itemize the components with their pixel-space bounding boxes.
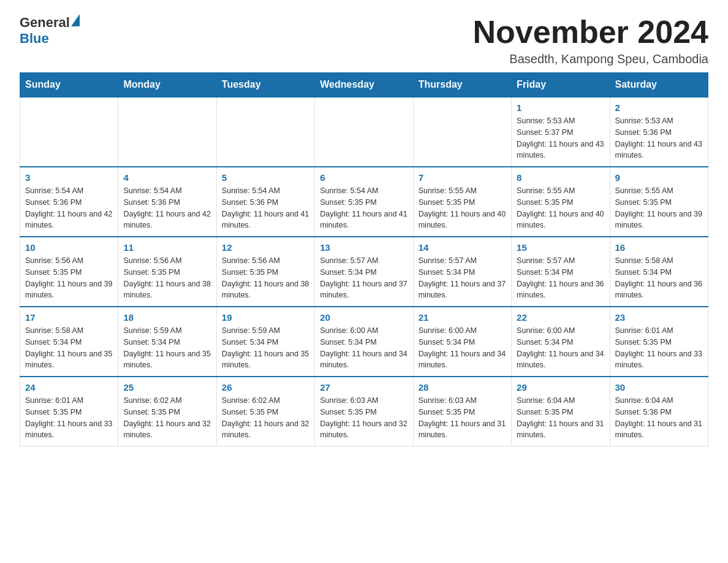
day-info: Sunrise: 5:59 AMSunset: 5:34 PMDaylight:… (222, 325, 309, 371)
day-cell: 5Sunrise: 5:54 AMSunset: 5:36 PMDaylight… (216, 167, 314, 237)
day-cell: 23Sunrise: 6:01 AMSunset: 5:35 PMDayligh… (610, 307, 708, 377)
day-info: Sunrise: 5:56 AMSunset: 5:35 PMDaylight:… (25, 255, 113, 301)
day-info: Sunrise: 5:58 AMSunset: 5:34 PMDaylight:… (615, 255, 703, 301)
day-cell: 15Sunrise: 5:57 AMSunset: 5:34 PMDayligh… (512, 237, 610, 307)
day-cell: 24Sunrise: 6:01 AMSunset: 5:35 PMDayligh… (20, 377, 118, 446)
day-number: 20 (320, 312, 408, 323)
day-cell (20, 97, 118, 167)
main-title: November 2024 (473, 15, 708, 50)
day-cell: 25Sunrise: 6:02 AMSunset: 5:35 PMDayligh… (118, 377, 216, 446)
day-number: 29 (517, 382, 604, 393)
day-cell: 3Sunrise: 5:54 AMSunset: 5:36 PMDaylight… (20, 167, 118, 237)
logo: General Blue (20, 15, 80, 47)
day-number: 13 (320, 242, 408, 253)
day-info: Sunrise: 6:03 AMSunset: 5:35 PMDaylight:… (320, 395, 408, 441)
day-info: Sunrise: 6:02 AMSunset: 5:35 PMDaylight:… (123, 395, 211, 441)
day-info: Sunrise: 6:00 AMSunset: 5:34 PMDaylight:… (419, 325, 506, 371)
day-cell: 21Sunrise: 6:00 AMSunset: 5:34 PMDayligh… (413, 307, 511, 377)
day-cell: 7Sunrise: 5:55 AMSunset: 5:35 PMDaylight… (413, 167, 511, 237)
day-info: Sunrise: 5:55 AMSunset: 5:35 PMDaylight:… (419, 185, 506, 231)
day-number: 1 (517, 102, 604, 113)
day-info: Sunrise: 5:53 AMSunset: 5:37 PMDaylight:… (517, 115, 604, 161)
day-info: Sunrise: 5:54 AMSunset: 5:36 PMDaylight:… (123, 185, 211, 231)
day-number: 26 (222, 382, 309, 393)
day-info: Sunrise: 6:02 AMSunset: 5:35 PMDaylight:… (222, 395, 309, 441)
weekday-header-tuesday: Tuesday (216, 73, 314, 98)
day-info: Sunrise: 5:56 AMSunset: 5:35 PMDaylight:… (123, 255, 211, 301)
day-info: Sunrise: 5:55 AMSunset: 5:35 PMDaylight:… (517, 185, 604, 231)
day-cell (216, 97, 314, 167)
day-cell: 26Sunrise: 6:02 AMSunset: 5:35 PMDayligh… (216, 377, 314, 446)
day-info: Sunrise: 6:01 AMSunset: 5:35 PMDaylight:… (615, 325, 703, 371)
day-number: 12 (222, 242, 309, 253)
day-cell: 16Sunrise: 5:58 AMSunset: 5:34 PMDayligh… (610, 237, 708, 307)
day-number: 18 (123, 312, 211, 323)
day-info: Sunrise: 5:57 AMSunset: 5:34 PMDaylight:… (517, 255, 604, 301)
location-subtitle: Basedth, Kampong Speu, Cambodia (473, 52, 708, 66)
weekday-header-wednesday: Wednesday (315, 73, 413, 98)
logo-triangle-icon (71, 14, 80, 26)
weekday-header-row: SundayMondayTuesdayWednesdayThursdayFrid… (20, 73, 708, 98)
day-cell: 20Sunrise: 6:00 AMSunset: 5:34 PMDayligh… (315, 307, 413, 377)
day-cell: 1Sunrise: 5:53 AMSunset: 5:37 PMDaylight… (512, 97, 610, 167)
day-cell: 27Sunrise: 6:03 AMSunset: 5:35 PMDayligh… (315, 377, 413, 446)
day-number: 10 (25, 242, 113, 253)
day-number: 4 (123, 172, 211, 183)
day-number: 16 (615, 242, 703, 253)
day-cell: 18Sunrise: 5:59 AMSunset: 5:34 PMDayligh… (118, 307, 216, 377)
day-cell (315, 97, 413, 167)
day-cell (118, 97, 216, 167)
day-number: 14 (419, 242, 506, 253)
day-info: Sunrise: 6:03 AMSunset: 5:35 PMDaylight:… (419, 395, 506, 441)
day-info: Sunrise: 6:04 AMSunset: 5:35 PMDaylight:… (517, 395, 604, 441)
day-number: 3 (25, 172, 113, 183)
day-info: Sunrise: 5:56 AMSunset: 5:35 PMDaylight:… (222, 255, 309, 301)
day-cell: 8Sunrise: 5:55 AMSunset: 5:35 PMDaylight… (512, 167, 610, 237)
day-info: Sunrise: 5:55 AMSunset: 5:35 PMDaylight:… (615, 185, 703, 231)
logo-blue-text: Blue (20, 31, 49, 47)
page-header: General Blue November 2024 Basedth, Kamp… (20, 15, 708, 66)
day-cell: 29Sunrise: 6:04 AMSunset: 5:35 PMDayligh… (512, 377, 610, 446)
day-info: Sunrise: 6:00 AMSunset: 5:34 PMDaylight:… (517, 325, 604, 371)
day-number: 19 (222, 312, 309, 323)
day-cell: 11Sunrise: 5:56 AMSunset: 5:35 PMDayligh… (118, 237, 216, 307)
day-number: 28 (419, 382, 506, 393)
week-row-3: 10Sunrise: 5:56 AMSunset: 5:35 PMDayligh… (20, 237, 708, 307)
day-cell: 28Sunrise: 6:03 AMSunset: 5:35 PMDayligh… (413, 377, 511, 446)
day-info: Sunrise: 6:04 AMSunset: 5:36 PMDaylight:… (615, 395, 703, 441)
week-row-2: 3Sunrise: 5:54 AMSunset: 5:36 PMDaylight… (20, 167, 708, 237)
day-cell: 9Sunrise: 5:55 AMSunset: 5:35 PMDaylight… (610, 167, 708, 237)
week-row-5: 24Sunrise: 6:01 AMSunset: 5:35 PMDayligh… (20, 377, 708, 446)
day-info: Sunrise: 5:54 AMSunset: 5:36 PMDaylight:… (222, 185, 309, 231)
day-cell: 2Sunrise: 5:53 AMSunset: 5:36 PMDaylight… (610, 97, 708, 167)
day-cell: 14Sunrise: 5:57 AMSunset: 5:34 PMDayligh… (413, 237, 511, 307)
week-row-1: 1Sunrise: 5:53 AMSunset: 5:37 PMDaylight… (20, 97, 708, 167)
day-info: Sunrise: 5:59 AMSunset: 5:34 PMDaylight:… (123, 325, 211, 371)
day-info: Sunrise: 5:58 AMSunset: 5:34 PMDaylight:… (25, 325, 113, 371)
day-number: 22 (517, 312, 604, 323)
day-cell: 6Sunrise: 5:54 AMSunset: 5:35 PMDaylight… (315, 167, 413, 237)
day-cell: 19Sunrise: 5:59 AMSunset: 5:34 PMDayligh… (216, 307, 314, 377)
day-info: Sunrise: 5:53 AMSunset: 5:36 PMDaylight:… (615, 115, 703, 161)
day-info: Sunrise: 5:57 AMSunset: 5:34 PMDaylight:… (419, 255, 506, 301)
weekday-header-thursday: Thursday (413, 73, 511, 98)
day-info: Sunrise: 5:57 AMSunset: 5:34 PMDaylight:… (320, 255, 408, 301)
day-number: 7 (419, 172, 506, 183)
day-number: 24 (25, 382, 113, 393)
day-cell: 4Sunrise: 5:54 AMSunset: 5:36 PMDaylight… (118, 167, 216, 237)
weekday-header-sunday: Sunday (20, 73, 118, 98)
day-cell: 13Sunrise: 5:57 AMSunset: 5:34 PMDayligh… (315, 237, 413, 307)
weekday-header-saturday: Saturday (610, 73, 708, 98)
day-number: 23 (615, 312, 703, 323)
day-cell: 10Sunrise: 5:56 AMSunset: 5:35 PMDayligh… (20, 237, 118, 307)
day-number: 15 (517, 242, 604, 253)
day-number: 6 (320, 172, 408, 183)
day-cell: 17Sunrise: 5:58 AMSunset: 5:34 PMDayligh… (20, 307, 118, 377)
calendar-table: SundayMondayTuesdayWednesdayThursdayFrid… (20, 72, 708, 446)
day-number: 11 (123, 242, 211, 253)
day-number: 9 (615, 172, 703, 183)
day-number: 17 (25, 312, 113, 323)
title-block: November 2024 Basedth, Kampong Speu, Cam… (473, 15, 708, 66)
day-cell: 22Sunrise: 6:00 AMSunset: 5:34 PMDayligh… (512, 307, 610, 377)
day-number: 25 (123, 382, 211, 393)
